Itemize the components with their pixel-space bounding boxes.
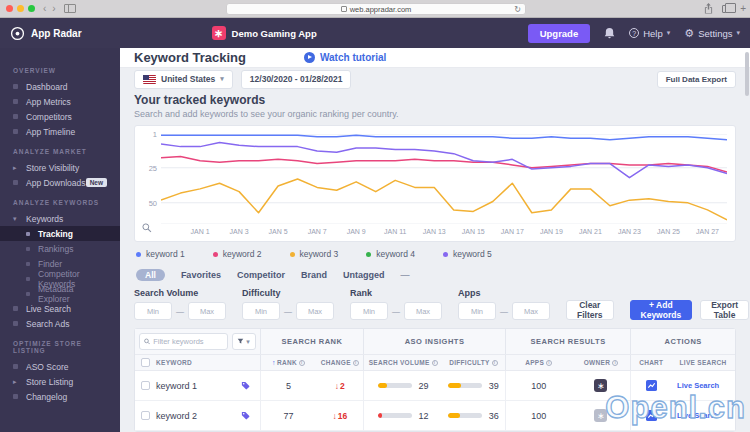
tab-more-dash[interactable]: — <box>400 270 409 280</box>
bullet-icon <box>13 180 18 185</box>
sidebar-item-changelog[interactable]: Changelog <box>0 389 120 404</box>
search-volume-min-input[interactable] <box>134 302 172 320</box>
site-icon <box>341 6 347 12</box>
scrollbar-thumb[interactable] <box>745 52 749 96</box>
new-tab-icon[interactable]: + <box>740 3 746 14</box>
row-checkbox[interactable] <box>141 381 150 390</box>
clear-filters-button[interactable]: Clear Filters <box>566 300 614 320</box>
column-header-change[interactable]: CHANGEi <box>316 355 364 370</box>
sidebar-item-app-metrics[interactable]: App Metrics <box>0 94 120 109</box>
line-chart[interactable] <box>161 134 727 224</box>
chevron-right-icon: ▸ <box>13 378 18 386</box>
keyword-name[interactable]: keyword 2 <box>156 411 235 421</box>
apps-max-input[interactable] <box>512 302 550 320</box>
row-checkbox[interactable] <box>141 411 150 420</box>
share-icon[interactable] <box>704 3 713 14</box>
chart-legend: keyword 1 keyword 2 keyword 3 keyword 4 … <box>120 242 750 261</box>
rank-min-input[interactable] <box>350 302 388 320</box>
search-volume-bar <box>378 383 412 388</box>
tab-untagged[interactable]: Untagged <box>343 270 385 280</box>
chart-zoom-icon[interactable] <box>142 219 152 237</box>
sidebar-item-store-visibility[interactable]: ▸Store Visibility <box>0 160 120 175</box>
tag-icon[interactable] <box>241 411 250 420</box>
sidebar-item-tracking[interactable]: Tracking <box>0 226 120 241</box>
x-axis-tick-label: JAN 13 <box>423 228 446 235</box>
info-icon[interactable]: i <box>612 360 618 366</box>
keyword-name[interactable]: keyword 1 <box>156 381 235 391</box>
search-volume-max-input[interactable] <box>188 302 226 320</box>
info-icon[interactable]: i <box>492 360 498 366</box>
full-data-export-button[interactable]: Full Data Export <box>657 71 736 88</box>
tab-brand[interactable]: Brand <box>301 270 327 280</box>
tag-icon[interactable] <box>241 381 250 390</box>
help-menu[interactable]: ? Help ▾ <box>629 28 670 39</box>
column-header-apps[interactable]: APPSi <box>506 355 572 370</box>
info-icon[interactable]: i <box>299 360 305 366</box>
x-axis-tick-label: JAN 11 <box>384 228 406 235</box>
app-selector[interactable]: ∗ Demo Gaming App <box>212 26 317 40</box>
sidebar-item-dashboard[interactable]: Dashboard <box>0 79 120 94</box>
apps-min-input[interactable] <box>458 302 496 320</box>
watch-tutorial-link[interactable]: Watch tutorial <box>304 52 386 63</box>
sidebar-item-search-ads[interactable]: Search Ads <box>0 316 120 331</box>
x-axis-tick-label: JAN 21 <box>579 228 602 235</box>
info-icon[interactable]: i <box>546 360 552 366</box>
browser-forward-icon[interactable]: › <box>52 4 55 14</box>
tab-all[interactable]: All <box>136 269 165 281</box>
select-all-checkbox[interactable] <box>141 358 150 367</box>
range-dash: — <box>284 307 292 316</box>
info-icon[interactable]: i <box>353 360 359 366</box>
legend-item-keyword-5[interactable]: keyword 5 <box>443 249 492 259</box>
column-header-search-volume[interactable]: SEARCH VOLUMEi <box>364 355 442 370</box>
rank-max-input[interactable] <box>404 302 442 320</box>
column-header-difficulty[interactable]: DIFFICULTYi <box>442 355 506 370</box>
app-radar-logo[interactable]: App Radar <box>10 26 82 41</box>
sidebar-item-competitors[interactable]: Competitors <box>0 109 120 124</box>
tab-overview-icon[interactable] <box>722 5 731 13</box>
add-keywords-button[interactable]: + Add Keywords <box>630 300 693 320</box>
app-name: Demo Gaming App <box>232 28 317 39</box>
difficulty-min-input[interactable] <box>242 302 280 320</box>
column-header-keyword[interactable]: KEYWORD <box>135 355 261 370</box>
tab-favorites[interactable]: Favorites <box>181 270 221 280</box>
upgrade-button[interactable]: Upgrade <box>528 24 591 43</box>
sidebar-item-keywords[interactable]: ▾Keywords <box>0 211 120 226</box>
y-axis-tick-label: 1 <box>143 130 157 139</box>
legend-item-keyword-2[interactable]: keyword 2 <box>213 249 262 259</box>
filter-keywords-searchbox[interactable] <box>139 333 228 350</box>
address-bar[interactable]: web.appradar.com ↻ <box>226 3 526 15</box>
info-icon[interactable]: i <box>432 360 438 366</box>
export-table-button[interactable]: Export Table <box>700 300 749 320</box>
browser-sidebar-icon[interactable] <box>64 4 76 13</box>
legend-item-keyword-1[interactable]: keyword 1 <box>136 249 185 259</box>
date-range-picker[interactable]: 12/30/2020 - 01/28/2021 <box>241 70 352 89</box>
chevron-down-icon: ▾ <box>736 29 740 37</box>
demo-app-icon: ∗ <box>212 26 226 40</box>
sidebar-item-app-downloads[interactable]: App DownloadsNew <box>0 175 120 190</box>
live-search-link[interactable]: Live Search <box>677 381 729 390</box>
close-window-button[interactable] <box>6 5 13 12</box>
sidebar-item-app-timeline[interactable]: App Timeline <box>0 124 120 139</box>
column-header-owner[interactable]: OWNERi <box>572 355 632 370</box>
sidebar-item-aso-score[interactable]: ASO Score <box>0 359 120 374</box>
column-header-rank[interactable]: ↑RANKi <box>261 355 317 370</box>
legend-item-keyword-4[interactable]: keyword 4 <box>366 249 415 259</box>
notifications-bell-icon[interactable] <box>604 27 615 39</box>
minimize-window-button[interactable] <box>17 5 24 12</box>
sidebar-item-store-listing[interactable]: ▸Store Listing <box>0 374 120 389</box>
tab-competitor[interactable]: Competitor <box>237 270 285 280</box>
settings-menu[interactable]: ⚙ Settings ▾ <box>684 27 740 40</box>
filter-keywords-input[interactable] <box>153 337 222 346</box>
watermark: Openl.cn <box>605 390 746 426</box>
sidebar-item-metadata-explorer[interactable]: Metadata Explorer <box>0 286 120 301</box>
filter-dropdown-button[interactable]: ▾ <box>232 333 256 350</box>
refresh-icon[interactable]: ↻ <box>514 5 521 14</box>
legend-dot <box>366 252 371 257</box>
difficulty-max-input[interactable] <box>296 302 334 320</box>
sidebar-item-rankings[interactable]: Rankings <box>0 241 120 256</box>
legend-item-keyword-3[interactable]: keyword 3 <box>290 249 339 259</box>
fullscreen-window-button[interactable] <box>28 5 35 12</box>
country-selector[interactable]: United States ▾ <box>134 70 233 89</box>
bullet-icon <box>13 364 18 369</box>
browser-back-icon[interactable]: ‹ <box>43 4 46 14</box>
